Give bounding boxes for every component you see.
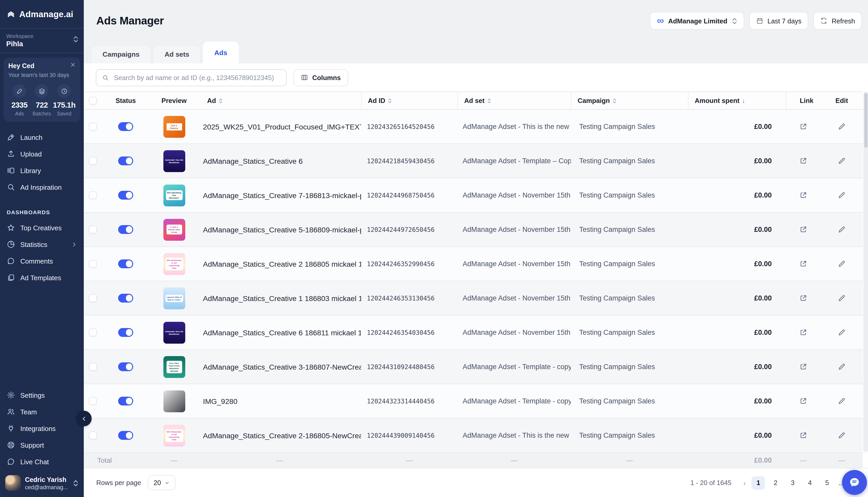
- sidebar-item-top-creatives[interactable]: Top Creatives: [0, 219, 84, 236]
- edit-icon[interactable]: [838, 226, 845, 233]
- ad-preview-thumbnail[interactable]: 90% Reduction in Ad Launching Time: [163, 425, 185, 446]
- table-row[interactable]: 1 click 1 minute 100s of ads AdManage_St…: [84, 213, 863, 247]
- edit-icon[interactable]: [838, 363, 845, 371]
- prev-page-button[interactable]: ‹: [741, 479, 748, 487]
- external-link-icon[interactable]: [799, 123, 807, 130]
- logo[interactable]: Admanage.ai: [0, 0, 84, 29]
- row-checkbox[interactable]: [89, 260, 97, 268]
- status-toggle[interactable]: [118, 328, 133, 337]
- sidebar-item-integrations[interactable]: Integrations: [0, 420, 84, 437]
- external-link-icon[interactable]: [799, 431, 807, 439]
- sidebar-item-library[interactable]: Library: [0, 162, 84, 179]
- edit-icon[interactable]: [838, 260, 845, 268]
- workspace-switcher[interactable]: Workspace Pihla: [0, 29, 84, 53]
- edit-icon[interactable]: [838, 431, 845, 439]
- external-link-icon[interactable]: [799, 157, 807, 165]
- table-row[interactable]: Free Your Team From Repetitive Uploads A…: [84, 350, 863, 384]
- table-row[interactable]: 90% Reduction in Ad Launching Time AdMan…: [84, 247, 863, 281]
- status-toggle[interactable]: [118, 397, 133, 406]
- external-link-icon[interactable]: [799, 397, 807, 405]
- close-icon[interactable]: ✕: [70, 62, 75, 68]
- ad-preview-thumbnail[interactable]: Still Uploading Ads Manually?: [163, 184, 185, 206]
- col-ad[interactable]: Ad: [198, 92, 361, 109]
- edit-icon[interactable]: [838, 123, 845, 130]
- external-link-icon[interactable]: [799, 226, 807, 233]
- live-chat-fab[interactable]: [842, 470, 867, 495]
- table-row[interactable]: GLP-1 Patches 2025_WK25_V01_Product_Focu…: [84, 110, 863, 144]
- ad-preview-thumbnail[interactable]: 90% Reduction in Ad Launching Time: [163, 253, 185, 275]
- search-input[interactable]: [113, 73, 280, 82]
- ad-preview-thumbnail[interactable]: Automate Your Ad Workflows: [163, 322, 185, 343]
- status-toggle[interactable]: [118, 363, 133, 371]
- search-box[interactable]: [96, 69, 287, 86]
- columns-button[interactable]: Columns: [293, 69, 348, 86]
- tab-ads[interactable]: Ads: [203, 42, 238, 63]
- page-button-2[interactable]: 2: [769, 476, 782, 489]
- edit-icon[interactable]: [838, 294, 845, 302]
- user-menu[interactable]: Cedric Yarish ced@admanag...: [0, 470, 84, 497]
- ad-account-select[interactable]: ∞ AdManage Limited: [650, 12, 744, 30]
- page-button-3[interactable]: 3: [786, 476, 800, 489]
- date-range-picker[interactable]: Last 7 days: [749, 12, 808, 30]
- col-amount-spent[interactable]: Amount spent ↓: [688, 92, 786, 109]
- external-link-icon[interactable]: [799, 329, 807, 336]
- edit-icon[interactable]: [838, 157, 845, 165]
- status-toggle[interactable]: [118, 294, 133, 302]
- sidebar-item-launch[interactable]: Launch: [0, 129, 84, 145]
- refresh-button[interactable]: Refresh: [813, 12, 862, 30]
- status-toggle[interactable]: [118, 157, 133, 165]
- tab-campaigns[interactable]: Campaigns: [91, 45, 151, 63]
- status-toggle[interactable]: [118, 431, 133, 440]
- page-button-5[interactable]: 5: [821, 476, 834, 489]
- ad-preview-thumbnail[interactable]: 1 click 1 minute 100s of ads: [163, 218, 185, 240]
- row-checkbox[interactable]: [89, 363, 97, 371]
- sidebar-item-statistics[interactable]: Statistics: [0, 236, 84, 253]
- sidebar-item-comments[interactable]: Comments: [0, 253, 84, 269]
- sidebar-item-settings[interactable]: Settings: [0, 387, 84, 403]
- col-ad-id[interactable]: Ad ID: [361, 92, 457, 109]
- table-row[interactable]: IMG_9280 120244323314440456 AdManage Ads…: [84, 384, 863, 418]
- page-button-4[interactable]: 4: [803, 476, 817, 489]
- col-campaign[interactable]: Campaign: [571, 92, 688, 109]
- row-checkbox[interactable]: [89, 294, 97, 302]
- row-checkbox[interactable]: [89, 329, 97, 336]
- row-checkbox[interactable]: [89, 157, 97, 165]
- table-row[interactable]: Launch 100s of Ads in <1min. AdManage_St…: [84, 281, 863, 315]
- row-checkbox[interactable]: [89, 123, 97, 130]
- status-toggle[interactable]: [118, 123, 133, 131]
- table-scrollbar[interactable]: [863, 91, 868, 452]
- table-row[interactable]: Automate Your Ad Workflows AdManage_Stat…: [84, 315, 863, 350]
- col-ad-set[interactable]: Ad set: [457, 92, 571, 109]
- ad-preview-thumbnail[interactable]: [163, 390, 185, 412]
- external-link-icon[interactable]: [799, 363, 807, 371]
- rows-per-page-select[interactable]: 20: [148, 475, 175, 490]
- row-checkbox[interactable]: [89, 431, 97, 439]
- row-checkbox[interactable]: [89, 397, 97, 405]
- table-row[interactable]: Still Uploading Ads Manually? AdManage_S…: [84, 178, 863, 213]
- sidebar-item-team[interactable]: Team: [0, 403, 84, 420]
- sidebar-item-ad-templates[interactable]: Ad Templates: [0, 269, 84, 286]
- table-row[interactable]: Automate Your Ad Workflows AdManage_Stat…: [84, 144, 863, 178]
- external-link-icon[interactable]: [799, 191, 807, 199]
- sidebar-item-live-chat[interactable]: Live Chat: [0, 453, 84, 470]
- table-row[interactable]: 90% Reduction in Ad Launching Time AdMan…: [84, 418, 863, 453]
- edit-icon[interactable]: [838, 329, 845, 336]
- sidebar-item-ad-inspiration[interactable]: Ad Inspiration: [0, 179, 84, 196]
- sidebar-item-support[interactable]: Support: [0, 437, 84, 453]
- edit-icon[interactable]: [838, 191, 845, 199]
- edit-icon[interactable]: [838, 397, 845, 405]
- external-link-icon[interactable]: [799, 294, 807, 302]
- row-checkbox[interactable]: [89, 226, 97, 233]
- ad-preview-thumbnail[interactable]: Free Your Team From Repetitive Uploads: [163, 356, 185, 378]
- sidebar-collapse-button[interactable]: [76, 411, 92, 426]
- external-link-icon[interactable]: [799, 260, 807, 268]
- tab-ad-sets[interactable]: Ad sets: [153, 45, 201, 63]
- page-button-1[interactable]: 1: [752, 476, 765, 489]
- sidebar-item-upload[interactable]: Upload: [0, 145, 84, 162]
- ad-preview-thumbnail[interactable]: Automate Your Ad Workflows: [163, 150, 185, 172]
- row-checkbox[interactable]: [89, 191, 97, 199]
- ad-preview-thumbnail[interactable]: Launch 100s of Ads in <1min.: [163, 287, 185, 309]
- status-toggle[interactable]: [118, 191, 133, 200]
- status-toggle[interactable]: [118, 225, 133, 234]
- ad-preview-thumbnail[interactable]: GLP-1 Patches: [163, 116, 185, 138]
